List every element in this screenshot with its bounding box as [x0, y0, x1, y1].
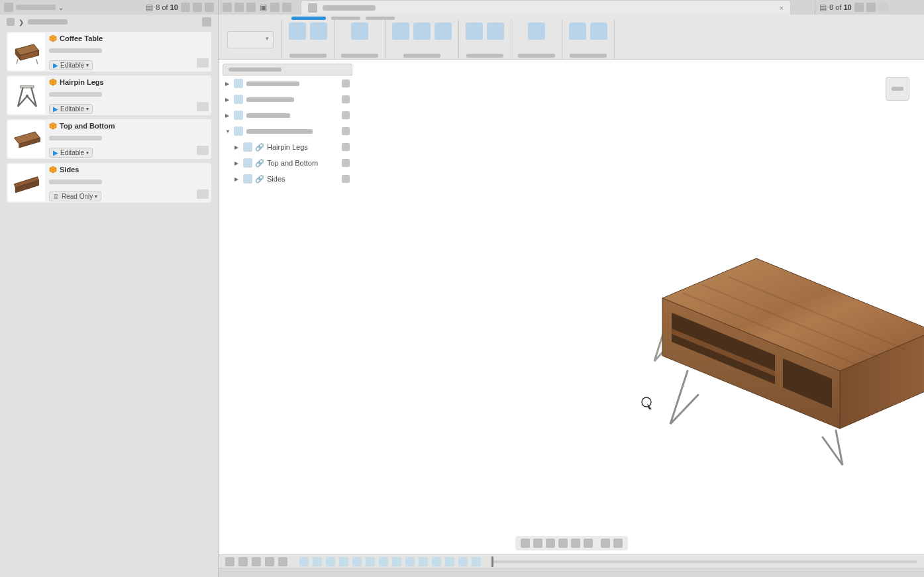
timeline-step[interactable] [458, 557, 468, 566]
view-cube[interactable] [886, 77, 909, 101]
view-tool-icon[interactable] [546, 539, 555, 548]
permission-badge[interactable]: ▶Editable▾ [49, 104, 93, 114]
undo-icon[interactable] [270, 3, 280, 12]
timeline-track[interactable] [491, 560, 917, 563]
tree-expand-icon[interactable]: ▶ [234, 176, 240, 182]
ribbon-group-5 [511, 20, 562, 59]
canvas[interactable]: ▶ ▶ ▶ ▼ ▶🔗Hairpin Legs▶🔗Top and Bottom▶🔗… [219, 60, 924, 554]
data-panel-icon[interactable]: ▤ [146, 3, 153, 12]
tree-expand-icon[interactable]: ▶ [234, 144, 240, 150]
card-action-icon[interactable] [197, 189, 209, 199]
timeline-thumb[interactable] [491, 556, 493, 567]
rib-btn[interactable] [435, 23, 452, 40]
permission-badge[interactable]: ▶Editable▾ [49, 148, 93, 158]
card-action-icon[interactable] [197, 58, 209, 68]
link-icon: 🔗 [256, 159, 264, 167]
tree-node-icon [234, 95, 243, 104]
left-tool-c-icon[interactable] [205, 3, 214, 12]
tree-row[interactable]: ▶ [223, 76, 352, 91]
card-action-icon[interactable] [197, 102, 209, 111]
rib-btn[interactable] [310, 23, 327, 40]
timeline-start-icon[interactable] [225, 557, 234, 566]
breadcrumb-expand-icon[interactable]: ❯ [19, 19, 24, 26]
rib-btn[interactable] [466, 23, 483, 40]
rib-btn[interactable] [413, 23, 431, 40]
project-dropdown-icon[interactable]: ⌄ [58, 4, 64, 11]
redo-icon[interactable] [282, 3, 291, 12]
timeline-step[interactable] [445, 557, 454, 566]
timeline-prev-icon[interactable] [238, 557, 248, 566]
component-card[interactable]: Sides🗎Read Only▾ [7, 163, 211, 203]
close-tab-icon[interactable]: × [780, 4, 784, 12]
tree-node-action-icon[interactable] [342, 143, 350, 151]
left-tool-a-icon[interactable] [181, 3, 190, 12]
user-avatar[interactable] [878, 2, 889, 13]
timeline-end-icon[interactable] [278, 557, 287, 566]
component-card[interactable]: Coffee Table▶Editable▾ [7, 32, 211, 72]
component-card[interactable]: Hairpin Legs▶Editable▾ [7, 76, 211, 115]
breadcrumb[interactable] [28, 19, 68, 25]
tree-node-icon [243, 142, 252, 152]
document-tab[interactable]: × [301, 0, 791, 15]
rib-btn[interactable] [351, 23, 368, 40]
view-tool-icon[interactable] [571, 539, 580, 548]
rib-btn[interactable] [487, 23, 504, 40]
nav-fwd-icon[interactable] [234, 3, 244, 12]
timeline-step[interactable] [366, 557, 375, 566]
tree-node-action-icon[interactable] [342, 175, 350, 183]
timeline-next-icon[interactable] [265, 557, 274, 566]
view-tool-icon[interactable] [558, 539, 568, 548]
model-coffee-table[interactable] [576, 199, 924, 477]
timeline-step[interactable] [379, 557, 388, 566]
tree-expand-icon[interactable]: ▶ [234, 160, 240, 166]
view-tool-icon[interactable] [584, 539, 593, 548]
right-tool-b-icon[interactable] [866, 3, 876, 12]
tree-row[interactable]: ▼ [223, 123, 352, 139]
right-tool-a-icon[interactable] [854, 3, 864, 12]
tree-node-action-icon[interactable] [342, 159, 350, 167]
timeline-step[interactable] [392, 557, 401, 566]
timeline-step[interactable] [326, 557, 335, 566]
chevron-down-icon: ▾ [86, 62, 89, 68]
tree-row[interactable]: ▶ [223, 107, 352, 123]
rib-btn[interactable] [392, 23, 409, 40]
timeline-step[interactable] [352, 557, 362, 566]
permission-badge[interactable]: 🗎Read Only▾ [49, 191, 101, 201]
timeline-step[interactable] [419, 557, 428, 566]
project-name[interactable] [16, 5, 56, 10]
permission-badge[interactable]: ▶Editable▾ [49, 60, 93, 70]
app-menu-icon[interactable] [4, 3, 13, 12]
timeline-step[interactable] [405, 557, 415, 566]
tree-row-linked[interactable]: ▶🔗Hairpin Legs [223, 139, 352, 155]
home-icon[interactable] [246, 3, 256, 12]
workspace-switcher[interactable] [219, 20, 282, 59]
panel-options-icon[interactable] [202, 17, 211, 26]
tree-row[interactable]: ▶ [223, 91, 352, 107]
panel-collapse-icon[interactable] [7, 18, 15, 26]
tree-row-linked[interactable]: ▶🔗Sides [223, 171, 352, 187]
left-tool-b-icon[interactable] [193, 3, 202, 12]
timeline-step[interactable] [432, 557, 441, 566]
rib-btn[interactable] [528, 23, 545, 40]
global-topbar: ⌄ ▤ 8 of 10 ▣ × ▤ 8 of 10 [0, 0, 924, 15]
save-icon[interactable]: ▣ [258, 3, 268, 12]
timeline-step[interactable] [339, 557, 348, 566]
chevron-down-icon: ▾ [86, 150, 89, 156]
view-tool-icon[interactable] [613, 539, 623, 548]
card-action-icon[interactable] [197, 146, 209, 155]
data-panel-right-icon[interactable]: ▤ [819, 3, 827, 12]
timeline-step[interactable] [313, 557, 322, 566]
rib-btn[interactable] [569, 23, 586, 40]
component-card[interactable]: Top and Bottom▶Editable▾ [7, 119, 211, 159]
rib-btn[interactable] [289, 23, 306, 40]
nav-back-icon[interactable] [223, 3, 232, 12]
tree-row-linked[interactable]: ▶🔗Top and Bottom [223, 155, 352, 171]
rib-btn[interactable] [590, 23, 607, 40]
view-tool-icon[interactable] [601, 539, 610, 548]
view-tool-icon[interactable] [521, 539, 530, 548]
timeline-step[interactable] [472, 557, 481, 566]
timeline-step[interactable] [299, 557, 309, 566]
link-icon: 🔗 [256, 143, 264, 151]
view-tool-icon[interactable] [533, 539, 542, 548]
timeline-play-icon[interactable] [252, 557, 261, 566]
